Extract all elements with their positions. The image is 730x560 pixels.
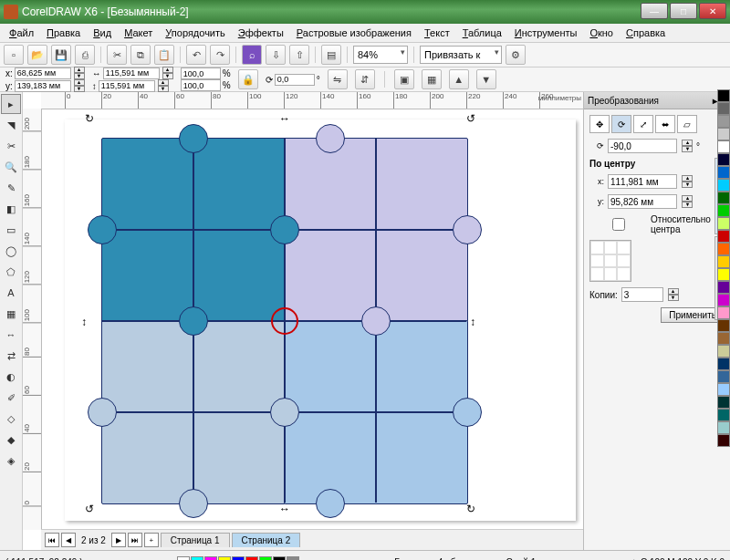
import-icon[interactable]: ⇩	[266, 45, 286, 65]
color-swatch[interactable]	[717, 345, 730, 358]
lock-ratio-icon[interactable]: 🔒	[238, 69, 258, 89]
w-input[interactable]	[103, 67, 160, 79]
maximize-button[interactable]: □	[670, 3, 697, 19]
page-tab-2[interactable]: Страница 2	[232, 533, 301, 547]
color-swatch[interactable]	[717, 268, 730, 281]
center-x-input[interactable]	[608, 174, 677, 189]
menu-view[interactable]: Вид	[88, 26, 117, 40]
pick-tool[interactable]: ▸	[1, 94, 21, 114]
rotate-handle[interactable]: ↺	[466, 112, 475, 121]
color-swatch[interactable]	[717, 179, 730, 192]
snap-combo[interactable]: Привязать к	[420, 46, 502, 64]
skew-handle[interactable]: ↔	[279, 112, 288, 121]
color-swatch[interactable]	[717, 243, 730, 255]
y-input[interactable]	[15, 80, 71, 92]
polygon-tool[interactable]: ⬠	[1, 262, 21, 282]
color-swatch[interactable]	[717, 332, 730, 345]
table-tool[interactable]: ▦	[1, 304, 21, 324]
color-swatch[interactable]	[717, 306, 730, 319]
skew-handle[interactable]: ↕	[81, 316, 90, 325]
dimension-tool[interactable]: ↔	[1, 325, 21, 345]
color-swatch[interactable]	[717, 421, 730, 434]
text-tool[interactable]: A	[1, 283, 21, 303]
cut-icon[interactable]: ✂	[107, 45, 127, 65]
color-swatch[interactable]	[717, 89, 730, 102]
color-swatch[interactable]	[717, 166, 730, 179]
fill-tool[interactable]: ◆	[1, 430, 21, 450]
connector-tool[interactable]: ⇄	[1, 346, 21, 366]
menu-tools[interactable]: Инструменты	[509, 26, 583, 40]
drawing-page[interactable]: ↻ ↺ ↺ ↻ ↔ ↔ ↕ ↕	[65, 119, 576, 521]
eyedropper-tool[interactable]: ✐	[1, 388, 21, 408]
canvas-area[interactable]: миллиметры 02040608010012014016018020022…	[23, 92, 583, 550]
publish-icon[interactable]: ▤	[321, 45, 341, 65]
prev-page-button[interactable]: ◀	[61, 533, 76, 547]
anchor-grid[interactable]	[589, 240, 631, 282]
rotate-handle[interactable]: ↻	[85, 112, 94, 121]
docker-titlebar[interactable]: Преобразования ▸ ✕	[584, 92, 730, 109]
ungroup-icon[interactable]: ▣	[394, 69, 414, 89]
rotation-center-marker[interactable]	[271, 307, 298, 335]
center-y-input[interactable]	[608, 194, 677, 209]
color-swatch[interactable]	[717, 204, 730, 217]
rotate-handle[interactable]: ↺	[85, 503, 94, 512]
page-tab-1[interactable]: Страница 1	[161, 533, 230, 547]
minimize-button[interactable]: —	[641, 3, 668, 19]
print-icon[interactable]: ⎙	[75, 45, 95, 65]
close-button[interactable]: ✕	[699, 3, 726, 19]
color-swatch[interactable]	[717, 383, 730, 396]
color-swatch[interactable]	[717, 370, 730, 383]
menu-layout[interactable]: Макет	[119, 26, 158, 40]
menu-bitmaps[interactable]: Растровые изображения	[291, 26, 417, 40]
sx-input[interactable]	[181, 67, 221, 79]
puzzle-artwork[interactable]: ↻ ↺ ↺ ↻ ↔ ↔ ↕ ↕	[101, 138, 466, 503]
color-swatch[interactable]	[717, 115, 730, 128]
undo-icon[interactable]: ↶	[186, 45, 206, 65]
freehand-tool[interactable]: ✎	[1, 178, 21, 198]
menu-file[interactable]: Файл	[4, 26, 39, 40]
relative-checkbox[interactable]	[593, 218, 644, 231]
rotate-tab-icon[interactable]: ⟳	[611, 115, 631, 133]
scale-tab-icon[interactable]: ⤢	[633, 115, 653, 133]
to-back-icon[interactable]: ▼	[476, 69, 496, 89]
rot-input[interactable]	[275, 74, 315, 86]
menu-table[interactable]: Таблица	[457, 26, 507, 40]
options-icon[interactable]: ⚙	[506, 45, 526, 65]
color-swatch[interactable]	[717, 140, 730, 153]
color-swatch[interactable]	[717, 319, 730, 332]
interactive-fill-tool[interactable]: ◈	[1, 451, 21, 471]
color-swatch[interactable]	[717, 255, 730, 268]
skew-handle[interactable]: ↔	[279, 503, 288, 512]
color-swatch[interactable]	[717, 434, 730, 447]
add-page-button[interactable]: +	[144, 533, 159, 547]
ellipse-tool[interactable]: ◯	[1, 241, 21, 261]
new-icon[interactable]: ▫	[4, 45, 24, 65]
color-swatch[interactable]	[717, 294, 730, 306]
skew-handle[interactable]: ↕	[470, 316, 479, 325]
x-input[interactable]	[15, 67, 71, 79]
save-icon[interactable]: 💾	[51, 45, 71, 65]
rectangle-tool[interactable]: ▭	[1, 220, 21, 240]
size-tab-icon[interactable]: ⬌	[655, 115, 675, 133]
zoom-tool[interactable]: 🔍	[1, 157, 21, 177]
color-swatch[interactable]	[717, 230, 730, 243]
last-page-button[interactable]: ⏭	[128, 533, 142, 547]
menu-effects[interactable]: Эффекты	[233, 26, 289, 40]
effects-tool[interactable]: ◐	[1, 367, 21, 387]
to-front-icon[interactable]: ▲	[449, 69, 469, 89]
color-swatch[interactable]	[717, 153, 730, 166]
color-swatch[interactable]	[717, 281, 730, 294]
search-icon[interactable]: ⌕	[242, 45, 262, 65]
mini-palette[interactable]	[177, 556, 299, 560]
menu-window[interactable]: Окно	[584, 26, 619, 40]
ruler-vertical[interactable]: 200180160140120100806040200	[23, 109, 42, 530]
zoom-combo[interactable]: 84%	[353, 46, 408, 64]
copy-icon[interactable]: ⧉	[130, 45, 151, 65]
color-swatch[interactable]	[717, 396, 730, 409]
menu-arrange[interactable]: Упорядочить	[160, 26, 230, 40]
skew-tab-icon[interactable]: ▱	[677, 115, 697, 133]
menu-edit[interactable]: Правка	[41, 26, 86, 40]
paste-icon[interactable]: 📋	[154, 45, 174, 65]
export-icon[interactable]: ⇧	[289, 45, 309, 65]
mirror-h-icon[interactable]: ⇋	[328, 69, 348, 89]
